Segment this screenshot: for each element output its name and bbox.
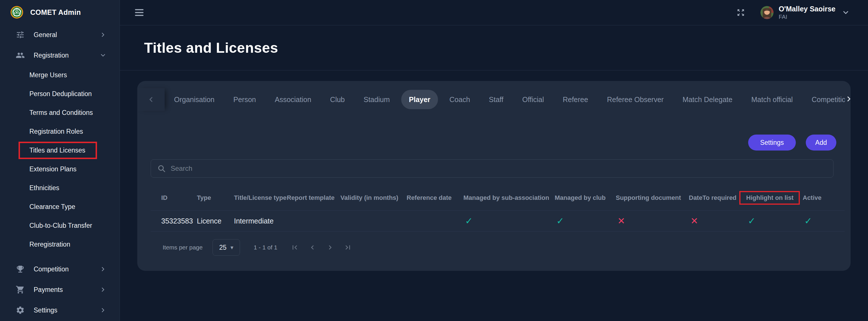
- sidebar-item-settings[interactable]: Settings: [0, 300, 120, 320]
- cross-icon: ✕: [616, 216, 689, 226]
- sidebar-item-label: Competition: [34, 265, 69, 273]
- content-area: Organisation Person Association Club Sta…: [120, 70, 868, 321]
- column-header-active[interactable]: Active: [803, 194, 845, 202]
- sidebar-item-label: General: [34, 31, 57, 39]
- first-page-icon[interactable]: [290, 243, 299, 252]
- chevron-right-icon: [100, 31, 106, 38]
- tab-match-official[interactable]: Match official: [742, 96, 802, 104]
- sidebar-item-label: Payments: [34, 286, 63, 294]
- topbar: O'Malley Saoirse FAI: [120, 0, 868, 25]
- column-header-report-template[interactable]: Report template: [287, 194, 340, 202]
- items-per-page-value: 25: [219, 244, 226, 251]
- column-header-reference-date[interactable]: Reference date: [407, 194, 463, 202]
- tab-club[interactable]: Club: [321, 96, 354, 104]
- check-icon: ✓: [463, 216, 555, 226]
- tab-organisation[interactable]: Organisation: [165, 96, 224, 104]
- tab-referee-observer[interactable]: Referee Observer: [597, 96, 673, 104]
- sidebar-item-competition[interactable]: Competition: [0, 259, 120, 279]
- subitem-label: Clearance Type: [29, 203, 75, 211]
- cross-icon: ✕: [689, 216, 746, 226]
- tabs: Organisation Person Association Club Sta…: [165, 88, 845, 111]
- tabs-scroll-left-button[interactable]: [137, 88, 165, 111]
- search-icon: [157, 164, 166, 173]
- search-input[interactable]: [170, 165, 827, 173]
- gear-icon: [16, 305, 25, 315]
- trophy-icon: [16, 264, 25, 274]
- tab-competition-manager[interactable]: Competition ma: [802, 96, 845, 104]
- card-actions: Settings Add: [137, 135, 850, 150]
- fullscreen-icon[interactable]: [737, 8, 745, 17]
- subitem-label: Merge Users: [29, 71, 67, 79]
- column-header-validity[interactable]: Validity (in months): [340, 194, 407, 202]
- cell-title-license-type: Intermediate: [234, 217, 287, 225]
- column-header-type[interactable]: Type: [197, 194, 234, 202]
- subitem-label: Reregistration: [29, 241, 70, 248]
- last-page-icon[interactable]: [344, 243, 352, 252]
- logo-row: COMET Admin: [0, 0, 120, 25]
- titles-licenses-table: ID Type Title/License type Report templa…: [151, 191, 845, 231]
- tab-official[interactable]: Official: [513, 96, 553, 104]
- column-header-managed-by-sub-association[interactable]: Managed by sub-association: [463, 194, 555, 202]
- table-header-row: ID Type Title/License type Report templa…: [151, 191, 845, 204]
- subitem-label: Titles and Licenses: [29, 146, 85, 154]
- pager-controls: [290, 243, 352, 252]
- tune-icon: [16, 30, 25, 40]
- previous-page-icon[interactable]: [308, 243, 317, 252]
- menu-icon[interactable]: [135, 9, 144, 16]
- sidebar-subitem-person-deduplication[interactable]: Person Deduplication: [0, 84, 120, 103]
- items-per-page-select[interactable]: 25 ▾: [213, 239, 240, 256]
- column-header-managed-by-club[interactable]: Managed by club: [555, 194, 616, 202]
- sidebar-item-general[interactable]: General: [0, 25, 120, 45]
- column-header-highlight-on-list[interactable]: Highlight on list: [746, 191, 803, 205]
- tabs-scroll-right-button[interactable]: [845, 95, 850, 104]
- app-title: COMET Admin: [30, 8, 81, 16]
- settings-button[interactable]: Settings: [748, 135, 796, 150]
- sidebar: COMET Admin General Registration: [0, 0, 120, 321]
- sidebar-subitem-titles-and-licenses[interactable]: Titles and Licenses: [0, 141, 120, 159]
- chevron-down-icon[interactable]: [842, 8, 850, 16]
- column-annotation-box: Highlight on list: [739, 191, 800, 205]
- column-header-dateto-required[interactable]: DateTo required: [689, 194, 746, 202]
- cell-type: Licence: [197, 217, 234, 225]
- subitem-label: Person Deduplication: [29, 90, 92, 98]
- sidebar-item-label: Registration: [34, 51, 69, 59]
- registration-submenu: Merge Users Person Deduplication Terms a…: [0, 66, 120, 254]
- subitem-label: Terms and Conditions: [29, 109, 93, 117]
- add-button[interactable]: Add: [806, 135, 836, 150]
- sidebar-subitem-club-to-club-transfer[interactable]: Club-to-Club Transfer: [0, 216, 120, 235]
- dropdown-arrow-icon: ▾: [230, 245, 234, 250]
- tab-player[interactable]: Player: [401, 90, 438, 109]
- tab-staff[interactable]: Staff: [479, 96, 513, 104]
- table-row[interactable]: 35323583 Licence Intermediate ✓ ✓ ✕ ✕ ✓ …: [151, 210, 845, 231]
- page-title: Titles and Licenses: [144, 40, 278, 56]
- sidebar-nav: General Registration Merge Users Person …: [0, 25, 120, 320]
- sidebar-subitem-terms-and-conditions[interactable]: Terms and Conditions: [0, 103, 120, 122]
- search-bar[interactable]: [151, 159, 834, 178]
- sidebar-subitem-merge-users[interactable]: Merge Users: [0, 66, 120, 84]
- next-page-icon[interactable]: [326, 243, 334, 252]
- column-header-title-license-type[interactable]: Title/License type: [234, 194, 287, 202]
- tab-person[interactable]: Person: [224, 96, 266, 104]
- sidebar-item-registration[interactable]: Registration: [0, 45, 120, 66]
- sidebar-subitem-registration-roles[interactable]: Registration Roles: [0, 122, 120, 141]
- sidebar-subitem-extension-plans[interactable]: Extension Plans: [0, 159, 120, 178]
- app-root: COMET Admin General Registration: [0, 0, 868, 321]
- tab-stadium[interactable]: Stadium: [354, 96, 399, 104]
- column-header-supporting-document[interactable]: Supporting document: [616, 194, 689, 202]
- sidebar-subitem-clearance-type[interactable]: Clearance Type: [0, 197, 120, 216]
- sidebar-item-payments[interactable]: Payments: [0, 279, 120, 300]
- page-range-label: 1 - 1 of 1: [254, 244, 277, 251]
- user-org: FAI: [779, 14, 835, 20]
- tab-association[interactable]: Association: [266, 96, 321, 104]
- tab-coach[interactable]: Coach: [440, 96, 479, 104]
- tab-match-delegate[interactable]: Match Delegate: [673, 96, 742, 104]
- sidebar-item-label: Settings: [34, 307, 57, 314]
- column-header-id[interactable]: ID: [151, 194, 197, 202]
- subitem-label: Extension Plans: [29, 165, 76, 173]
- user-avatar[interactable]: [761, 6, 774, 19]
- sidebar-subitem-reregistration[interactable]: Reregistration: [0, 235, 120, 254]
- check-icon: ✓: [746, 216, 803, 226]
- user-block[interactable]: O'Malley Saoirse FAI: [779, 5, 835, 20]
- sidebar-subitem-ethnicities[interactable]: Ethnicities: [0, 178, 120, 197]
- tab-referee[interactable]: Referee: [553, 96, 597, 104]
